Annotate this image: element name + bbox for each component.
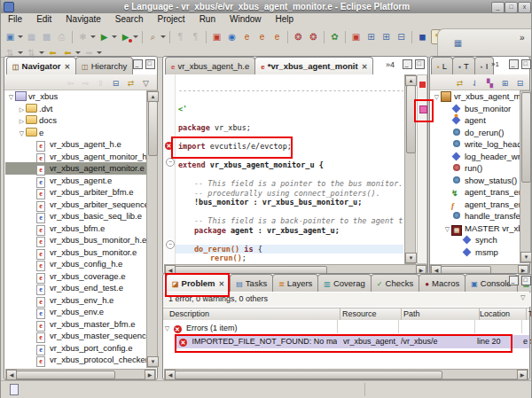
outline-item[interactable]: show_status() xyxy=(431,175,520,187)
perspective-icon[interactable]: ▦ xyxy=(451,36,465,50)
navigator-item[interactable]: evr_xbus_config_h.e xyxy=(5,258,146,270)
column-header-resource[interactable]: Resource xyxy=(340,308,402,320)
navigator-item[interactable]: evr_xbus_basic_seq_lib.e xyxy=(5,210,146,222)
maximize-view-icon[interactable]: □ xyxy=(145,59,155,69)
overview-error-mark[interactable] xyxy=(419,82,426,88)
navigator-item[interactable]: evr_xbus_bus_monitor.e xyxy=(5,246,146,259)
outline-tab-l[interactable]: ▪L xyxy=(431,57,453,74)
navigator-item[interactable]: evr_xbus_agent_monitor_h.e xyxy=(5,151,146,163)
problems-hscrollbar[interactable]: ◀ ▶ xyxy=(164,369,528,379)
minimize-view-icon[interactable]: _ xyxy=(509,59,519,69)
outline-item[interactable]: write_log_heade xyxy=(431,138,520,151)
expander-icon[interactable]: ▽ xyxy=(7,91,15,104)
outline-item[interactable]: do_rerun() xyxy=(431,127,520,139)
expander-icon[interactable]: ▽ xyxy=(18,128,26,140)
menu-run[interactable]: Run xyxy=(192,13,223,25)
outline-minmax[interactable]: _□ xyxy=(506,59,531,69)
navigator-item[interactable]: evr_xbus_agent.e xyxy=(5,175,146,187)
maximize-view-icon[interactable]: □ xyxy=(521,59,531,69)
navigator-item[interactable]: evr_xbus_env_h.e xyxy=(5,294,146,307)
navigator-item[interactable]: evr_xbus_env.e xyxy=(5,306,146,318)
fast-view-icon[interactable] xyxy=(10,384,19,395)
navigator-tree[interactable]: ▽vr_xbus▷.dvt▷docs▽e evr_xbus_agent_h.e … xyxy=(5,90,146,368)
minimize-button[interactable]: _ xyxy=(491,2,505,13)
outline-item[interactable]: handle_transfer_ xyxy=(431,210,520,222)
navigator-minmax[interactable]: _□ xyxy=(130,59,155,69)
outline-item[interactable]: ▽▦MASTER vr_xbus_a xyxy=(431,222,520,235)
e-file-button-1[interactable]: e xyxy=(240,30,254,43)
search-button[interactable]: ⌕ xyxy=(146,30,160,43)
group-button-2[interactable]: ❂ xyxy=(307,30,320,43)
browser-button[interactable]: ◉ xyxy=(225,30,239,43)
editor-tab-vr-xbus-agent-h-e[interactable]: evr_xbus_agent_h.e xyxy=(165,57,255,74)
fold-collapse-icon[interactable]: − xyxy=(166,240,175,249)
group-expander-icon[interactable]: ▽ xyxy=(163,323,171,335)
link-with-editor-icon[interactable]: ⇄ xyxy=(124,77,137,90)
column-header-type[interactable]: Type xyxy=(526,308,532,320)
overview-ruler[interactable] xyxy=(417,74,427,264)
error-table-row[interactable]: ✕ IMPORTED_FILE_NOT_FOUND: No match for … xyxy=(176,335,529,348)
navigator-item[interactable]: evr_xbus_arbiter_sequence_h.e xyxy=(5,199,146,211)
navigator-item[interactable]: ▽vr_xbus xyxy=(5,90,146,103)
menu-file[interactable]: File xyxy=(1,13,29,25)
outline-tab-overflow[interactable]: »1 xyxy=(491,60,499,68)
minimize-view-icon[interactable]: _ xyxy=(133,59,143,69)
outline-item[interactable]: fagent_trans_end xyxy=(431,199,520,211)
editor-minmax[interactable]: _□ xyxy=(400,59,425,69)
expander-icon[interactable]: ▽ xyxy=(443,223,451,236)
collapse-minus-button[interactable]: ⊟ xyxy=(395,30,408,43)
maximize-view-icon[interactable]: □ xyxy=(521,276,531,285)
problems-tab-problem[interactable]: ◪Problem✕ xyxy=(166,274,231,292)
link-outline-icon[interactable]: ⇄ xyxy=(453,77,466,90)
e-file-button-2[interactable]: e xyxy=(255,30,269,43)
expand-plus-button-1[interactable]: ⊞ xyxy=(364,30,378,43)
minimize-view-icon[interactable]: _ xyxy=(509,276,519,285)
collapse-all-icon[interactable]: ⊟ xyxy=(513,77,527,90)
navigator-item[interactable]: evr_xbus_bus_monitor_h.e xyxy=(5,234,146,246)
editor-vscrollbar[interactable]: ▲ ▼ xyxy=(404,74,416,264)
close-tab-icon[interactable]: ✕ xyxy=(64,63,70,71)
console-small-button[interactable]: ▣ xyxy=(349,30,363,43)
view-menu-icon[interactable]: ▽ xyxy=(139,77,153,90)
outline-tab-t[interactable]: ▪T xyxy=(452,57,475,74)
navigator-tab-hierarchy[interactable]: ◫Hierarchy xyxy=(75,57,133,74)
problems-tab-layers[interactable]: ≣Layers xyxy=(272,274,318,292)
run-button-dropdown[interactable] xyxy=(112,35,117,38)
maximize-button[interactable]: □ xyxy=(505,2,518,13)
problems-tab-checks[interactable]: ✓Checks xyxy=(371,274,419,292)
run-coverage-button-dropdown[interactable] xyxy=(133,35,138,38)
expand-all-icon[interactable]: ⊞ xyxy=(498,77,512,90)
leaf-button[interactable]: ✿ xyxy=(328,30,341,43)
error-marker-icon[interactable]: ✕ xyxy=(165,142,173,150)
menu-edit[interactable]: Edit xyxy=(29,13,59,25)
expander-icon[interactable]: ▷ xyxy=(18,115,26,128)
navigator-hscrollbar[interactable]: ◀ ▶ xyxy=(5,369,156,379)
editor-tab--vr-xbus-agent-monit[interactable]: e*vr_xbus_agent_monit✕ xyxy=(254,57,373,74)
outline-item[interactable]: bus_monitor xyxy=(431,103,520,115)
navigator-item[interactable]: evr_xbus_arbiter_bfm.e xyxy=(5,186,146,199)
navigator-item[interactable]: evr_xbus_master_sequence_h.e xyxy=(5,330,146,342)
outline-item[interactable]: ↯agent_trans_end xyxy=(431,186,520,199)
problems-minmax[interactable]: _□ xyxy=(506,276,531,285)
close-tab-icon[interactable]: ✕ xyxy=(362,63,368,71)
search-button-dropdown[interactable] xyxy=(160,35,166,38)
fold-collapse-icon[interactable]: − xyxy=(166,158,175,167)
e-file-button-3[interactable]: e xyxy=(270,30,284,43)
problems-tab-tasks[interactable]: ▤Tasks xyxy=(230,274,273,292)
expander-icon[interactable]: ▷ xyxy=(18,104,26,116)
navigator-tab-navigator[interactable]: ◫Navigator✕ xyxy=(6,57,76,74)
cube-button[interactable]: ◼ xyxy=(416,30,429,43)
column-header-location[interactable]: Location xyxy=(477,308,527,320)
close-button[interactable]: x xyxy=(518,2,531,13)
navigator-item[interactable]: evr_xbus_bfm.e xyxy=(5,222,146,235)
menu-navigate[interactable]: Navigate xyxy=(59,13,107,25)
problems-tab-coverag[interactable]: ▥Coverag xyxy=(317,274,371,292)
navigator-item[interactable]: ▽e xyxy=(5,127,146,139)
outline-item[interactable]: ▽vr_xbus_agent_mo xyxy=(431,90,520,103)
navigator-item[interactable]: evr_xbus_agent_monitor.e xyxy=(5,162,146,175)
run-button[interactable]: ▶ xyxy=(98,30,111,43)
minimize-view-icon[interactable]: _ xyxy=(403,59,412,69)
navigator-item[interactable]: ▷docs xyxy=(5,114,146,127)
column-header-description[interactable]: Description xyxy=(167,308,340,320)
group-button-1[interactable]: ❂ xyxy=(292,30,305,43)
